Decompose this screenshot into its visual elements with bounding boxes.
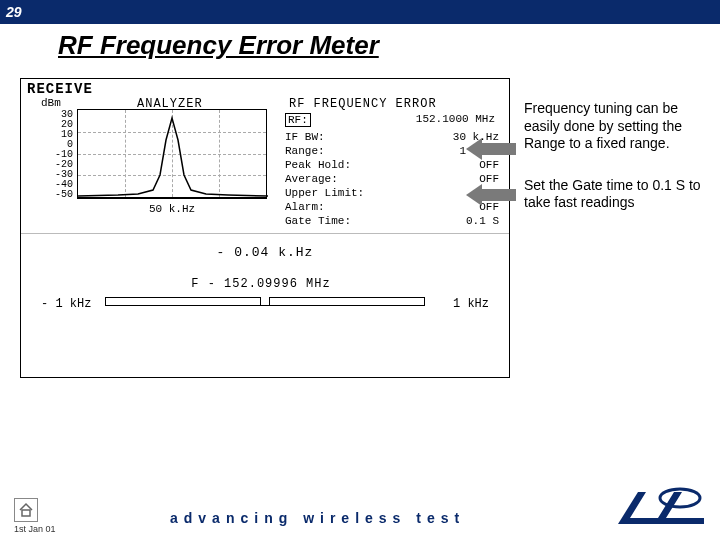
note-text: Set the Gate time to 0.1 S to take fast …: [524, 177, 708, 212]
meter-center-label: F - 152.09996 MHz: [151, 277, 371, 291]
slide-number: 29: [6, 4, 22, 20]
x-span-label: 50 k.Hz: [77, 203, 267, 215]
svg-rect-0: [22, 510, 30, 516]
info-panel: RF: 152.1000 MHz IF BW:30 k.Hz Range:1 k…: [281, 109, 503, 229]
svg-point-1: [660, 489, 700, 507]
meter-max-label: 1 kHz: [453, 297, 489, 311]
instrument-screenshot: RECEIVE dBm ANALYZER RF FREQUENCY ERROR …: [20, 78, 510, 378]
ifr-logo-icon: [616, 484, 706, 532]
spectrum-trace-icon: [78, 110, 268, 200]
arrow-left-icon: [466, 138, 516, 160]
meter-scale: [105, 297, 425, 307]
info-row: Gate Time:0.1 S: [285, 215, 499, 227]
mode-label: RECEIVE: [27, 81, 93, 97]
meter: F - 152.09996 MHz - 1 kHz 1 kHz: [21, 277, 509, 307]
page-title: RF Frequency Error Meter: [58, 30, 720, 61]
y-tick: -50: [47, 189, 73, 200]
footer: 1st Jan 01 advancing wireless test: [0, 478, 720, 528]
spectrum-plot: [77, 109, 267, 199]
info-row: Peak Hold:OFF: [285, 159, 499, 171]
slide-number-bar: 29: [0, 0, 720, 24]
y-unit-label: dBm: [41, 97, 61, 109]
freq-error-readout: - 0.04 k.Hz: [21, 245, 509, 260]
notes-panel: Frequency tuning can be easily done by s…: [524, 100, 708, 212]
arrow-left-icon: [466, 184, 516, 206]
divider: [21, 233, 509, 234]
meter-min-label: - 1 kHz: [41, 297, 91, 311]
home-icon[interactable]: [14, 498, 38, 522]
note-text: Frequency tuning can be easily done by s…: [524, 100, 708, 153]
rf-freq-value: 152.1000 MHz: [416, 113, 495, 125]
footer-date: 1st Jan 01: [14, 524, 56, 534]
rf-box-label: RF:: [285, 113, 311, 127]
footer-tagline: advancing wireless test: [170, 510, 465, 526]
